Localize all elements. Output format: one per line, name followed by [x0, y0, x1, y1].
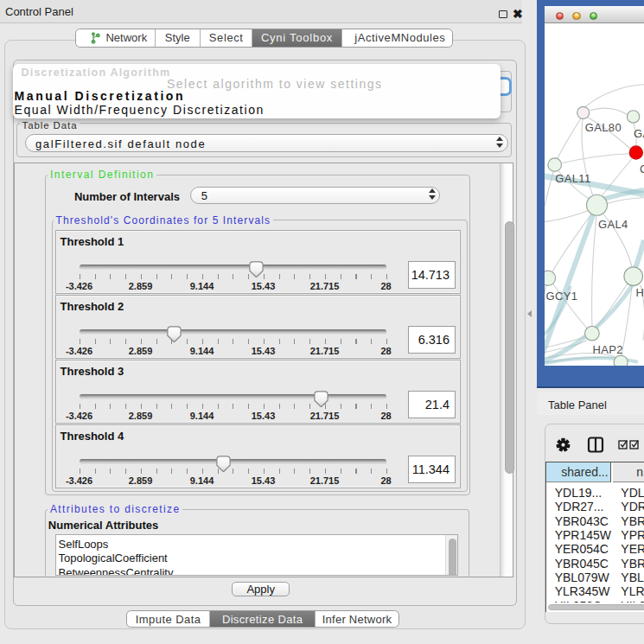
svg-text:GAL11: GAL11	[555, 172, 590, 185]
svg-text:HAP2: HAP2	[593, 343, 623, 356]
svg-text:GA: GA	[634, 127, 644, 140]
svg-text:GAL80: GAL80	[585, 121, 622, 134]
svg-text:C: C	[640, 162, 644, 175]
svg-text:GCY1: GCY1	[546, 289, 578, 302]
svg-text:H: H	[636, 286, 644, 299]
svg-text:GAL4: GAL4	[598, 217, 628, 230]
